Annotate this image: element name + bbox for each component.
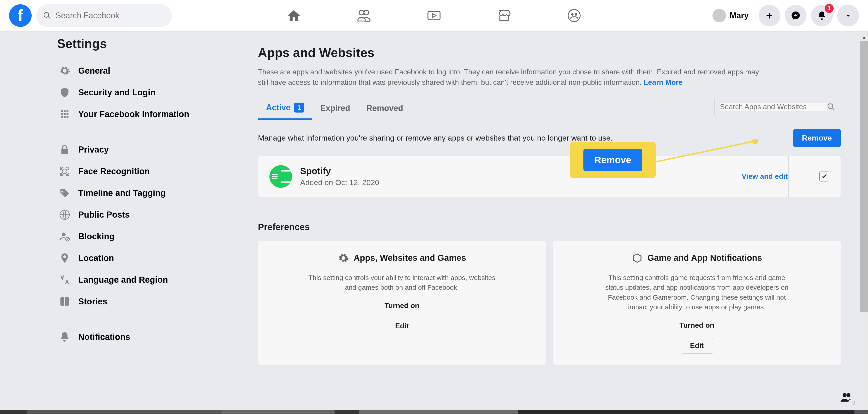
search-input[interactable] xyxy=(56,11,165,20)
lock-icon xyxy=(58,143,71,156)
svg-point-8 xyxy=(843,393,847,397)
search-box[interactable] xyxy=(36,4,172,27)
search-icon xyxy=(43,11,51,20)
learn-more-link[interactable]: Learn More xyxy=(644,78,683,86)
nav-home[interactable] xyxy=(264,2,324,29)
location-pin-icon xyxy=(58,251,71,265)
grid-icon xyxy=(58,107,71,121)
cube-icon xyxy=(631,252,643,264)
app-checkbox[interactable] xyxy=(819,171,829,182)
app-name: Spotify xyxy=(300,166,379,176)
pref-card-status: Turned on xyxy=(564,321,830,329)
sidebar-item-stories[interactable]: Stories xyxy=(54,291,235,312)
sidebar-item-publicposts[interactable]: Public Posts xyxy=(54,204,235,226)
tabs-row: Active 1 Expired Removed xyxy=(258,97,841,120)
sidebar-item-privacy[interactable]: Privacy xyxy=(54,139,235,160)
nav-watch[interactable] xyxy=(403,2,465,29)
tab-active-count: 1 xyxy=(294,103,304,113)
view-and-edit-link[interactable]: View and edit xyxy=(742,172,788,181)
sidebar-item-general[interactable]: General xyxy=(54,60,235,82)
messenger-button[interactable] xyxy=(785,5,807,26)
apps-search-input[interactable] xyxy=(720,103,827,111)
divider xyxy=(54,319,235,319)
callout-arrow xyxy=(656,139,760,166)
sidebar-item-fbinfo[interactable]: Your Facebook Information xyxy=(54,103,235,125)
apps-search-box[interactable] xyxy=(714,97,841,117)
pref-card-desc: This setting controls game requests from… xyxy=(600,273,794,312)
shield-icon xyxy=(58,86,71,99)
sidebar-item-notifications[interactable]: Notifications xyxy=(54,326,235,348)
app-added-date: Added on Oct 12, 2020 xyxy=(300,178,379,187)
pref-card-game-notifications: Game and App Notifications This setting … xyxy=(553,241,841,365)
sidebar-title: Settings xyxy=(54,36,235,51)
callout-remove-button: Remove xyxy=(583,149,642,171)
book-icon xyxy=(58,295,71,308)
sidebar-item-timeline[interactable]: Timeline and Tagging xyxy=(54,182,235,204)
avatar-icon xyxy=(712,9,726,22)
block-icon xyxy=(58,230,71,243)
pref-card-title: Apps, Websites and Games xyxy=(353,253,466,263)
scrollbar-thumb[interactable] xyxy=(860,41,868,312)
profile-chip[interactable]: Mary xyxy=(707,6,754,25)
pref-card-apps-websites-games: Apps, Websites and Games This setting co… xyxy=(258,241,546,365)
divider xyxy=(788,156,789,197)
main-content: Apps and Websites These are apps and web… xyxy=(244,36,855,374)
preferences-heading: Preferences xyxy=(258,222,841,232)
groups-count: 0 xyxy=(852,400,855,406)
notifications-button[interactable]: 1 xyxy=(811,5,833,26)
gear-icon xyxy=(58,64,71,77)
profile-name: Mary xyxy=(730,11,749,20)
svg-point-0 xyxy=(568,9,580,22)
callout-highlight: Remove xyxy=(570,142,656,178)
sidebar-item-face[interactable]: Face Recognition xyxy=(54,160,235,182)
language-icon xyxy=(58,273,71,287)
remove-button[interactable]: Remove xyxy=(793,129,841,147)
edit-button[interactable]: Edit xyxy=(386,318,418,334)
top-bar: f Mary 1 xyxy=(0,0,868,31)
sidebar-item-location[interactable]: Location xyxy=(54,247,235,269)
svg-line-6 xyxy=(656,141,753,162)
tab-removed[interactable]: Removed xyxy=(358,98,411,119)
svg-point-4 xyxy=(62,232,66,236)
svg-point-2 xyxy=(575,13,577,15)
svg-point-1 xyxy=(571,13,574,15)
notification-badge: 1 xyxy=(825,4,834,13)
edit-button[interactable]: Edit xyxy=(681,338,713,354)
bell-icon xyxy=(58,330,71,344)
tab-active[interactable]: Active 1 xyxy=(258,97,312,120)
pref-card-desc: This setting controls your ability to in… xyxy=(305,273,499,292)
sidebar-item-language[interactable]: Language and Region xyxy=(54,269,235,291)
window-bottom-strip xyxy=(0,410,868,414)
groups-indicator[interactable]: 0 xyxy=(839,389,855,405)
spotify-logo-icon xyxy=(270,165,292,188)
svg-point-7 xyxy=(752,139,758,144)
pref-card-title: Game and App Notifications xyxy=(647,253,762,263)
divider xyxy=(54,132,235,132)
sidebar-item-security[interactable]: Security and Login xyxy=(54,82,235,103)
pref-card-status: Turned on xyxy=(269,301,535,310)
nav-friends[interactable] xyxy=(333,2,395,29)
settings-sidebar: Settings General Security and Login Your… xyxy=(54,36,235,414)
globe-icon xyxy=(58,208,71,221)
page-description: These are apps and websites you've used … xyxy=(258,67,769,88)
svg-point-9 xyxy=(846,393,850,397)
face-scan-icon xyxy=(58,164,71,178)
tab-expired[interactable]: Expired xyxy=(312,98,358,119)
nav-groups[interactable] xyxy=(544,2,604,29)
scrollbar[interactable]: ▲ xyxy=(860,33,868,410)
tag-icon xyxy=(58,186,71,200)
facebook-logo[interactable]: f xyxy=(9,4,32,27)
page-title: Apps and Websites xyxy=(258,45,841,60)
create-button[interactable] xyxy=(758,5,780,26)
account-menu-button[interactable] xyxy=(837,5,859,26)
gear-icon xyxy=(338,252,349,264)
sidebar-item-blocking[interactable]: Blocking xyxy=(54,226,235,247)
nav-marketplace[interactable] xyxy=(473,2,535,29)
search-icon xyxy=(827,102,835,112)
